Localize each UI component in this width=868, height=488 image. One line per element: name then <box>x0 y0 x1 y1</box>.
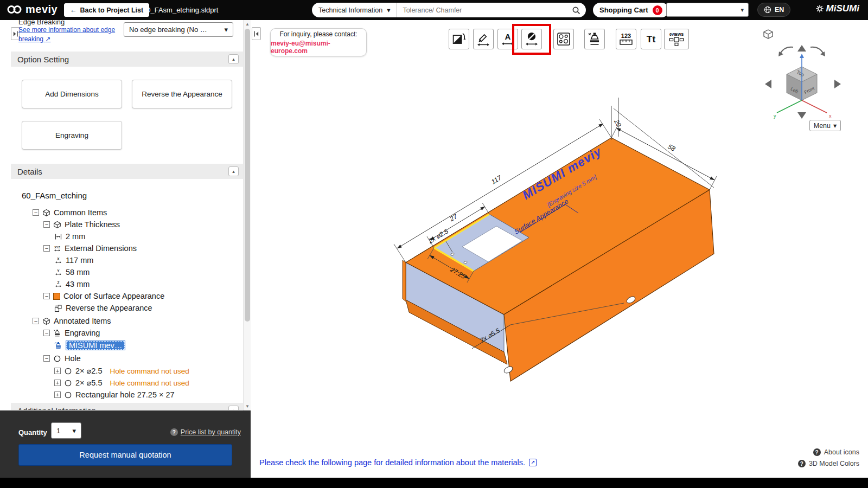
scroll-up-button[interactable]: ▲ <box>244 21 251 28</box>
rotate-left-icon[interactable] <box>778 47 793 56</box>
about-icons-link[interactable]: ? About icons <box>813 448 859 456</box>
tree-root-label[interactable]: 60_FAsm_etching <box>22 191 87 200</box>
tree-item-label: Reverse the Appearance <box>66 304 152 312</box>
option-setting-title: Option Setting <box>17 55 69 64</box>
meviy-logo[interactable]: meviy <box>7 3 58 16</box>
tree-item-plate-thickness[interactable]: − Plate Thickness <box>43 219 120 230</box>
tree-collapse-icon[interactable]: − <box>43 221 50 228</box>
back-button-label: Back to Project List <box>80 7 144 14</box>
tree-expand-icon[interactable]: + <box>54 391 61 398</box>
edge-breaking-dropdown[interactable]: No edge breaking (No … ▾ <box>124 22 233 37</box>
cart-count-badge: 0 <box>653 5 662 15</box>
engraving-button[interactable]: Engraving <box>22 121 122 150</box>
back-to-project-list-button[interactable]: ← Back to Project List <box>64 3 149 17</box>
scroll-down-button[interactable]: ▼ <box>244 403 251 410</box>
quantity-select[interactable]: 1 ▾ <box>51 422 81 439</box>
reverse-appearance-button[interactable]: Reverse the Appearance <box>132 80 232 108</box>
tree-collapse-icon[interactable]: − <box>43 330 50 336</box>
collapse-up-icon: ▴ <box>232 408 235 410</box>
top-bar: meviy ← Back to Project List 60_FAsm_etc… <box>0 0 868 20</box>
tree-item-label: Color of Surface Appearance <box>63 292 164 300</box>
topbar-dropdown[interactable]: ▾ <box>666 3 749 17</box>
search-input[interactable] <box>397 7 572 14</box>
y-axis-label: y <box>774 113 776 119</box>
tree-collapse-icon[interactable]: − <box>33 209 39 216</box>
tree-collapse-icon[interactable]: − <box>43 293 50 299</box>
cube-arrow-right[interactable] <box>834 80 841 88</box>
cube-arrow-down[interactable] <box>797 112 806 119</box>
tree-item-label: External Dimensions <box>65 244 137 253</box>
tree-item-dim-x[interactable]: X 117 mm <box>54 255 93 266</box>
tree-item-rectangular-hole[interactable]: + Rectangular hole 27.25 × 27 <box>54 389 175 400</box>
chevron-down-icon: ▾ <box>224 25 228 34</box>
tree-item-annotated-items[interactable]: − Annotated Items <box>33 316 111 326</box>
tree-item-external-dimensions[interactable]: − XYZ External Dimensions <box>43 243 137 254</box>
tree-item-engraving[interactable]: − Engraving <box>43 328 100 338</box>
svg-text:20: 20 <box>612 118 623 129</box>
hole-command-note: Hole command not used <box>110 379 189 387</box>
shopping-cart-button[interactable]: Shopping Cart 0 <box>593 3 669 17</box>
about-icons-label: About icons <box>824 448 859 456</box>
tree-expand-icon[interactable]: + <box>54 380 61 386</box>
scrollbar-thumb[interactable] <box>245 29 250 322</box>
sidebar-scrollbar[interactable]: ▲ ▼ <box>243 20 251 410</box>
tree-item-engraving-text-selected[interactable]: MISUMI mev… <box>54 340 125 351</box>
materials-info-link[interactable]: Please check the following page for deta… <box>259 458 537 467</box>
price-list-link[interactable]: ? Price list by quantity <box>170 428 241 436</box>
hole-icon <box>64 391 72 399</box>
tree-item-reverse-appearance[interactable]: Reverse the Appearance <box>54 303 152 313</box>
tree-item-hole-2x-5-5[interactable]: + 2× ⌀5.5 Hole command not used <box>54 377 189 388</box>
add-dimensions-button[interactable]: Add Dimensions <box>22 80 122 108</box>
tree-item-hole[interactable]: − Hole <box>43 353 81 364</box>
collapse-section-button[interactable]: ▴ <box>228 54 239 64</box>
cube-arrow-left[interactable] <box>765 80 771 88</box>
scroll-down-icon: ▼ <box>245 404 250 409</box>
tree-item-label: Common Items <box>54 208 107 217</box>
tree-item-common-items[interactable]: − Common Items <box>33 207 107 218</box>
panel-expand-icon <box>12 30 18 38</box>
cube-arrow-up[interactable] <box>797 45 806 52</box>
x-axis-icon: X <box>54 256 62 265</box>
collapse-section-button[interactable]: ▴ <box>228 166 239 176</box>
language-button[interactable]: EN <box>757 3 790 17</box>
details-title: Details <box>17 167 42 176</box>
hole-icon <box>53 355 61 363</box>
y-axis-line <box>777 100 802 113</box>
model-left-edge-face[interactable] <box>403 260 406 301</box>
edge-breaking-info-link-text: See more information about edge breaking <box>18 26 115 43</box>
viewer-menu-button[interactable]: Menu ▾ <box>809 120 841 131</box>
tree-item-label: Hole <box>65 354 81 363</box>
chevron-down-icon: ▾ <box>833 121 837 130</box>
misumi-logo-icon <box>815 4 824 13</box>
model-colors-link[interactable]: ? 3D Model Colors <box>798 460 859 467</box>
view-cube[interactable]: Top Left Front y x <box>761 25 847 131</box>
tree-item-label: 2× ⌀5.5 <box>75 378 102 387</box>
tree-item-label: Plate Thickness <box>65 220 120 229</box>
home-view-button[interactable] <box>764 30 773 38</box>
hole-icon <box>64 379 72 387</box>
svg-text:27: 27 <box>448 212 459 223</box>
tree-item-dim-y[interactable]: Y 58 mm <box>54 267 90 278</box>
tree-item-hole-2x-2-5[interactable]: + 2× ⌀2.5 Hole command not used <box>54 365 189 376</box>
tree-item-label-selected: MISUMI mev… <box>66 341 125 350</box>
edge-breaking-dropdown-value: No edge breaking (No … <box>129 25 207 34</box>
bottom-bar <box>0 478 868 488</box>
tree-collapse-icon[interactable]: − <box>33 318 39 324</box>
tree-collapse-icon[interactable]: − <box>43 245 50 252</box>
model-colors-label: 3D Model Colors <box>809 460 859 467</box>
y-axis-icon: Y <box>54 268 62 277</box>
request-manual-quotation-button[interactable]: Request manual quotation <box>18 444 232 466</box>
edge-breaking-info-link[interactable]: See more information about edge breaking… <box>18 25 116 44</box>
chevron-down-icon: ▾ <box>72 427 76 435</box>
tree-collapse-icon[interactable]: − <box>43 355 50 362</box>
search-category-dropdown[interactable]: Technical Information ▾ <box>312 3 397 17</box>
collapse-section-button[interactable]: ▴ <box>228 406 239 410</box>
search-icon[interactable] <box>572 6 580 15</box>
tree-item-dim-z[interactable]: Z 43 mm <box>54 279 90 290</box>
tree-expand-icon[interactable]: + <box>54 368 61 374</box>
rotate-right-icon[interactable] <box>810 47 825 56</box>
tree-item-thickness-value[interactable]: 2 mm <box>54 231 85 242</box>
color-swatch-icon <box>53 293 60 300</box>
tree-item-surface-color[interactable]: − Color of Surface Appearance <box>43 291 164 301</box>
tree-item-label: Engraving <box>65 329 100 337</box>
